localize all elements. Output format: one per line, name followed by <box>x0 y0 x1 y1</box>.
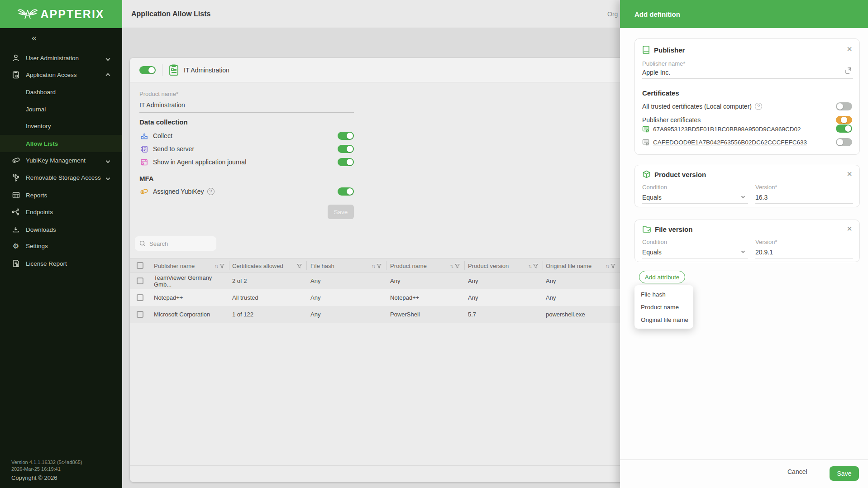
agent-journal-toggle[interactable] <box>338 158 354 166</box>
version-field[interactable]: 20.9.1 <box>755 249 773 256</box>
assigned-yubikey-icon <box>139 188 148 195</box>
menu-item-file-hash[interactable]: File hash <box>634 288 693 301</box>
sidebar-item-yubikey-management[interactable]: YubiKey Management <box>0 152 122 169</box>
version-field[interactable]: 16.3 <box>755 194 768 201</box>
close-icon[interactable]: × <box>847 44 852 53</box>
filter-icon[interactable] <box>377 263 382 268</box>
certificate-link[interactable]: 67A9953123BD5F01B1BC0BB98A950D9CA869CD02 <box>642 126 801 133</box>
sort-icon[interactable]: ↑↓ <box>215 263 218 268</box>
all-trusted-toggle[interactable] <box>836 102 852 110</box>
select-all-checkbox[interactable] <box>137 262 143 269</box>
column-product-name: Product name ↑↓ <box>390 258 464 273</box>
data-collection-heading: Data collection <box>139 118 188 126</box>
certificate-icon <box>642 139 649 146</box>
assigned-yubikey-row: Assigned YubiKey ? <box>139 185 354 198</box>
column-publisher-name: Publisher name ↑↓ <box>154 258 229 273</box>
expand-icon[interactable] <box>845 67 852 76</box>
agent-journal-icon <box>139 158 148 166</box>
sidebar: APPTERIX « User Administration Applicati… <box>0 0 122 488</box>
add-attribute-menu: File hash Product name Original file nam… <box>634 285 693 329</box>
publisher-name-field[interactable]: Apple Inc. <box>642 69 670 76</box>
column-certificates-allowed: Certificates allowed <box>232 258 306 273</box>
certificate2-toggle[interactable] <box>836 138 852 146</box>
table-row[interactable]: TeamViewer Germany Gmb... 2 of 2 Any Any… <box>130 273 629 289</box>
condition-select[interactable]: Equals <box>642 249 662 256</box>
search-input[interactable] <box>149 240 208 247</box>
assigned-yubikey-toggle[interactable] <box>338 187 354 196</box>
row-checkbox[interactable] <box>137 294 143 301</box>
row-checkbox[interactable] <box>137 311 143 318</box>
table-row[interactable]: Notepad++ All trusted Any Notepad++ Any … <box>130 289 629 306</box>
filter-icon[interactable] <box>610 263 615 268</box>
condition-label: Condition <box>642 184 667 191</box>
sort-icon[interactable]: ↑↓ <box>372 263 375 268</box>
publisher-name-label: Publisher name* <box>642 60 685 67</box>
product-name-field[interactable]: IT Adminstration <box>139 101 354 113</box>
sidebar-item-license-report[interactable]: License Report <box>0 255 122 272</box>
file-version-card-title: File version <box>642 225 692 233</box>
collect-toggle[interactable] <box>338 132 354 140</box>
sidebar-item-settings[interactable]: ⚙ Settings <box>0 237 122 254</box>
row-checkbox[interactable] <box>137 277 143 284</box>
column-original-file-name: Original file name ↑↓ <box>546 258 620 273</box>
user-icon <box>11 54 20 62</box>
certificate-link[interactable]: CAFEDOOD9E1A7B042F63556B02DC62CCCFEFC633 <box>642 139 807 146</box>
sidebar-item-allow-lists[interactable]: Allow Lists <box>0 135 122 152</box>
table-header: Publisher name ↑↓ Certificates allowed F… <box>130 258 629 273</box>
sidebar-item-downloads[interactable]: Downloads <box>0 221 122 238</box>
divider <box>162 64 162 76</box>
chevron-up-icon <box>106 73 110 77</box>
allow-list-title: IT Adminstration <box>184 67 229 74</box>
panel-title: Add definition <box>634 10 680 18</box>
cancel-button[interactable]: Cancel <box>787 468 807 475</box>
sidebar-collapse-icon[interactable]: « <box>32 33 37 43</box>
sidebar-item-user-administration[interactable]: User Administration <box>0 49 122 67</box>
allow-list-enabled-toggle[interactable] <box>139 66 156 74</box>
file-version-card: File version × Condition Version* Equals… <box>634 220 860 262</box>
version-info: Version 4.1.1.16332 (5c4ad865) 2026-Mar-… <box>11 459 82 473</box>
product-version-icon <box>642 170 651 179</box>
help-icon[interactable]: ? <box>207 188 215 195</box>
sidebar-item-removable-storage[interactable]: Removable Storage Access <box>0 169 122 186</box>
send-to-server-icon <box>139 145 148 153</box>
close-icon[interactable]: × <box>847 224 852 233</box>
add-attribute-button[interactable]: Add attribute <box>639 271 685 283</box>
filter-icon[interactable] <box>297 263 302 268</box>
chevron-down-icon[interactable] <box>741 249 745 253</box>
search-box <box>135 236 216 251</box>
sidebar-item-application-access[interactable]: Application Access <box>0 66 122 83</box>
sidebar-item-reports[interactable]: Reports <box>0 187 122 204</box>
product-version-card: Product version × Condition Version* Equ… <box>634 165 860 207</box>
sort-icon[interactable]: ↑↓ <box>606 263 609 268</box>
form-save-button[interactable]: Save <box>328 205 354 219</box>
condition-select[interactable]: Equals <box>642 194 662 201</box>
help-icon[interactable]: ? <box>755 103 762 110</box>
clipped-header-text: Org <box>607 10 620 18</box>
filter-icon[interactable] <box>219 263 224 268</box>
filter-icon[interactable] <box>455 263 460 268</box>
collect-icon <box>139 132 148 140</box>
save-button[interactable]: Save <box>830 466 859 481</box>
certificate1-toggle[interactable] <box>836 124 852 133</box>
publisher-certificates-toggle[interactable] <box>836 116 852 124</box>
sidebar-item-endpoints[interactable]: Endpoints <box>0 203 122 220</box>
publisher-card-title: Publisher <box>642 45 685 54</box>
menu-item-product-name[interactable]: Product name <box>634 301 693 313</box>
file-version-icon <box>642 225 651 233</box>
reports-icon <box>11 191 20 199</box>
application-access-icon <box>11 71 20 79</box>
appterix-wings-icon <box>18 7 38 21</box>
sidebar-item-inventory[interactable]: Inventory <box>0 117 122 134</box>
chevron-down-icon[interactable] <box>741 195 745 198</box>
allow-list-card: IT Adminstration Product name* IT Admins… <box>130 58 629 482</box>
close-icon[interactable]: × <box>847 169 852 178</box>
table-row[interactable]: Microsoft Corporation 1 of 122 Any Power… <box>130 306 629 323</box>
filter-icon[interactable] <box>533 263 538 268</box>
sort-icon[interactable]: ↑↓ <box>528 263 531 268</box>
sort-icon[interactable]: ↑↓ <box>450 263 453 268</box>
yubikey-icon <box>11 157 20 164</box>
sidebar-item-journal[interactable]: Journal <box>0 100 122 118</box>
send-to-server-toggle[interactable] <box>338 145 354 153</box>
menu-item-original-file-name[interactable]: Original file name <box>634 313 693 326</box>
sidebar-item-dashboard[interactable]: Dashboard <box>0 83 122 100</box>
